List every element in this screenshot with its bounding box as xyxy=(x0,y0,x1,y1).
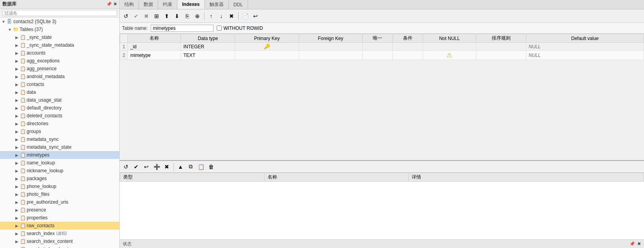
columns-scroll[interactable]: 名称 Data type Primary Key Foreign Key 唯一 … xyxy=(120,34,644,160)
table-icon: 📋 xyxy=(20,35,26,40)
tree-toggle-db: ▼ xyxy=(1,20,6,24)
insert-below-btn[interactable]: ⬇ xyxy=(172,11,182,21)
move-up-idx-btn[interactable]: ▲ xyxy=(176,162,185,171)
tab-indexes[interactable]: Indexes xyxy=(177,0,205,9)
col-default: NULL xyxy=(526,51,644,60)
tab-触发器[interactable]: 触发器 xyxy=(205,0,229,9)
table-name: search_index xyxy=(27,231,55,236)
without-rowid-checkbox[interactable] xyxy=(217,26,222,31)
copy-sql-btn[interactable]: 📄 xyxy=(241,11,250,21)
table-icon: 📋 xyxy=(20,231,26,236)
tree-toggle-table: ▶ xyxy=(14,82,20,87)
pin-status-btn[interactable]: 📌 xyxy=(629,241,635,246)
delete-idx-btn[interactable]: 🗑 xyxy=(206,162,216,171)
lower-toolbar-separator xyxy=(173,163,174,171)
tree-table-item[interactable]: ▶ 📋 android_metadata xyxy=(0,73,119,80)
paste-sql-btn[interactable]: ↩ xyxy=(251,11,260,21)
close-panel-btn[interactable]: ✖ xyxy=(113,2,117,7)
filter-row xyxy=(0,9,119,18)
tree-toggle-table: ▶ xyxy=(14,192,20,197)
new-col-btn[interactable]: ⊞ xyxy=(152,11,161,21)
tablename-input[interactable] xyxy=(151,25,213,32)
tree-toggle-table: ▶ xyxy=(14,129,20,134)
tree-toggle-table: ▶ xyxy=(14,43,20,47)
delete-btn[interactable]: ✖ xyxy=(227,11,236,21)
table-name: _sync_state xyxy=(27,35,52,40)
col-datatype: TEXT xyxy=(181,51,235,60)
tree-table-item[interactable]: ▶ 📋 data xyxy=(0,88,119,96)
tab-ddl[interactable]: DDL xyxy=(229,0,248,9)
column-row[interactable]: 1 _id INTEGER 🔑 NULL xyxy=(120,43,644,51)
key-icon: 🔑 xyxy=(264,44,270,49)
tree-table-item[interactable]: ▶ 📋 deleted_contacts xyxy=(0,112,119,120)
tree-table-item[interactable]: ▶ 📋 accounts xyxy=(0,49,119,57)
tree-table-item[interactable]: ▶ 📋 contacts xyxy=(0,80,119,88)
toolbar-separator xyxy=(238,12,239,20)
tree-table-item[interactable]: ▶ 📋 agg_presence xyxy=(0,65,119,73)
tree-db-root[interactable]: ▼ 🗄 contacts2 (SQLite 3) xyxy=(0,18,119,26)
tree-table-item[interactable]: ▶ 📋 directories xyxy=(0,120,119,128)
filter-input[interactable] xyxy=(2,10,117,16)
refresh-idx-btn[interactable]: ↺ xyxy=(121,162,131,171)
close-status-btn[interactable]: ✖ xyxy=(637,241,641,246)
paste-row-btn[interactable]: ⊕ xyxy=(193,11,202,21)
table-name: groups xyxy=(27,129,41,134)
tree-table-item[interactable]: ▶ 📋 name_lookup xyxy=(0,159,119,167)
table-icon: 📋 xyxy=(20,215,26,221)
col-header-num xyxy=(120,34,128,43)
copy-row-btn[interactable]: ⎘ xyxy=(182,11,192,21)
move-up-btn[interactable]: ↑ xyxy=(206,11,216,21)
move-down-btn[interactable]: ↓ xyxy=(217,11,226,21)
tree-table-item[interactable]: ▶ 📋 properties xyxy=(0,214,119,222)
paste-idx-btn[interactable]: 📋 xyxy=(196,162,206,171)
table-name: default_directory xyxy=(27,105,62,111)
table-name: contacts xyxy=(27,82,44,87)
tree-table-item[interactable]: ▶ 📋 raw_contacts xyxy=(0,222,119,230)
tree-table-item[interactable]: ▶ 📋 phone_lookup xyxy=(0,182,119,190)
tab-数据[interactable]: 数据 xyxy=(139,0,158,9)
idx-col-type: 类型 xyxy=(120,173,265,182)
indexes-table-area[interactable]: 类型 名称 详情 xyxy=(120,173,644,239)
insert-above-btn[interactable]: ⬆ xyxy=(162,11,171,21)
tree-table-item[interactable]: ▶ 📋 photo_files xyxy=(0,190,119,198)
tree-table-item[interactable]: ▶ 📋 _sync_state_metadata xyxy=(0,41,119,49)
col-header-condition: 条件 xyxy=(392,34,423,43)
tree-table-item[interactable]: ▶ 📋 metadata_sync xyxy=(0,135,119,143)
copy-idx-btn[interactable]: ⧉ xyxy=(186,162,195,171)
tree-table-item[interactable]: ▶ 📋 agg_exceptions xyxy=(0,57,119,65)
tree-table-item[interactable]: ▶ 📋 packages xyxy=(0,175,119,182)
tree-toggle-table: ▶ xyxy=(14,90,20,95)
tree-table-item[interactable]: ▶ 📋 metadata_sync_state xyxy=(0,143,119,151)
column-row[interactable]: 2 mimetype TEXT ⚠ NULL xyxy=(120,51,644,60)
table-name: accounts xyxy=(27,50,46,56)
save-idx-btn[interactable]: ✔ xyxy=(131,162,141,171)
add-idx-btn[interactable]: ➕ xyxy=(152,162,161,171)
tree-table-item[interactable]: ▶ 📋 search_index_content xyxy=(0,237,119,245)
refresh-btn[interactable]: ↺ xyxy=(121,11,131,21)
tree-table-item[interactable]: ▶ 📋 nickname_lookup xyxy=(0,167,119,175)
remove-idx-btn[interactable]: ✖ xyxy=(162,162,171,171)
pin-panel-btn[interactable]: 📌 xyxy=(106,2,112,7)
col-condition xyxy=(392,43,423,51)
tree-table-item[interactable]: ▶ 📋 _sync_state xyxy=(0,33,119,41)
col-header-collation: 排序规则 xyxy=(476,34,526,43)
tab-结构[interactable]: 结构 xyxy=(120,0,139,9)
tree-table-item[interactable]: ▶ 📋 default_directory xyxy=(0,104,119,112)
tree-tables-group[interactable]: ▼ 📁 Tables (37) xyxy=(0,26,119,33)
tree-table-item[interactable]: ▶ 📋 data_usage_stat xyxy=(0,96,119,104)
tree-table-item[interactable]: ▶ 📋 presence xyxy=(0,206,119,214)
tree-table-item[interactable]: ▶ 📋 groups xyxy=(0,128,119,135)
tab-约束[interactable]: 约束 xyxy=(158,0,177,9)
db-name: contacts2 (SQLite 3) xyxy=(13,19,56,24)
tree-toggle-table: ▶ xyxy=(14,239,20,244)
tree-toggle-tables: ▼ xyxy=(7,27,13,32)
table-name: data_usage_stat xyxy=(27,97,62,103)
tree-table-item[interactable]: ▶ 📋 search_index_docsize xyxy=(0,245,119,248)
tree-table-item[interactable]: ▶ 📋 pre_authorized_uris xyxy=(0,198,119,206)
tree-table-item[interactable]: ▶ 📋 mimetypes xyxy=(0,151,119,159)
tree-table-item[interactable]: ▶ 📋 search_index (虚拟) xyxy=(0,230,119,237)
table-name: data xyxy=(27,89,36,95)
col-notnull xyxy=(423,43,476,51)
row-num: 2 xyxy=(120,51,128,60)
revert-idx-btn[interactable]: ↩ xyxy=(142,162,151,171)
